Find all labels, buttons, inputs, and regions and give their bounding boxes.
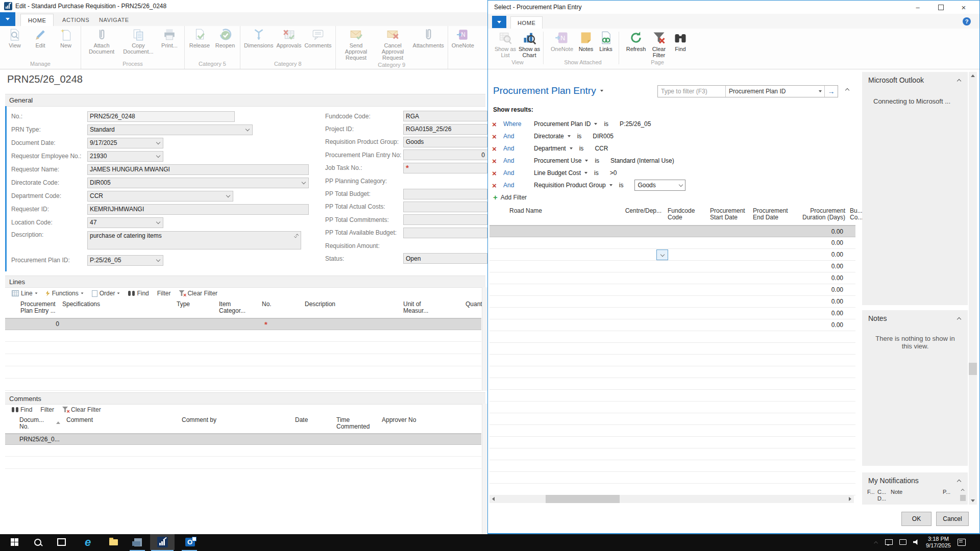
file-explorer-button[interactable]	[102, 534, 125, 550]
directorate-code-field[interactable]: DIR005	[87, 178, 309, 188]
dynamics-nav-button[interactable]	[150, 534, 175, 550]
grid-row[interactable]	[489, 390, 855, 402]
cancel-button[interactable]: Cancel	[936, 512, 969, 526]
filter-value[interactable]: DIR005	[593, 133, 614, 140]
column-header[interactable]: Centre/Dep...	[616, 208, 662, 214]
grid-row[interactable]	[489, 484, 855, 495]
column-header[interactable]: ProcurementDuration (Days)	[796, 208, 845, 221]
lines-scrollbar[interactable]	[482, 287, 487, 391]
prn-type-field[interactable]: Standard	[87, 124, 253, 135]
chevron-down-icon[interactable]	[156, 258, 160, 262]
minimize-button[interactable]: –	[910, 2, 926, 13]
apply-filter-button[interactable]	[824, 86, 838, 97]
refresh-button[interactable]: Refresh	[625, 31, 647, 52]
column-header[interactable]: FundcodeCode	[668, 208, 695, 221]
taskbar-clock[interactable]: 3:18 PM 9/17/2025	[926, 536, 951, 549]
scrollbar-thumb[interactable]	[969, 363, 977, 375]
grid-row[interactable]	[489, 425, 855, 437]
filter-field-selector[interactable]: Requisition Product Group	[534, 182, 612, 189]
column-header[interactable]: ProcurementEnd Date	[753, 208, 788, 221]
notif-col[interactable]: P...	[943, 489, 950, 495]
mini-scrollbar[interactable]	[959, 487, 967, 503]
volume-tray-icon[interactable]	[913, 539, 919, 545]
column-header[interactable]: ItemCategor...	[219, 301, 246, 314]
taskbar-search-button[interactable]	[27, 534, 49, 550]
add-filter-button[interactable]: Add Filter	[493, 193, 527, 202]
remove-filter-icon[interactable]	[492, 157, 503, 165]
description-scroll-arrows[interactable]	[295, 233, 300, 237]
notif-col[interactable]: F...	[867, 489, 875, 495]
tab-actions[interactable]: ACTIONS	[55, 14, 96, 26]
help-icon[interactable]	[963, 17, 971, 26]
scrollbar-thumb[interactable]	[546, 495, 620, 503]
column-header[interactable]: Unit ofMeasur...	[403, 301, 428, 314]
clear-filter-button[interactable]: Clear Filter	[176, 288, 220, 299]
collapse-panel-icon[interactable]	[957, 479, 962, 483]
location-code-field[interactable]: 47	[87, 217, 163, 228]
chevron-down-icon[interactable]	[302, 181, 306, 185]
find-button[interactable]: Find	[126, 288, 151, 299]
remove-filter-icon[interactable]	[492, 144, 503, 153]
column-header[interactable]: ProcurementPlan Entry ...	[20, 301, 56, 314]
nav-dev-environment-button[interactable]	[127, 534, 149, 550]
general-section-header[interactable]: General	[5, 94, 485, 107]
column-header[interactable]: Comment by	[182, 417, 216, 423]
filter-value[interactable]: >0	[610, 169, 617, 177]
release-button[interactable]: Release	[187, 27, 212, 61]
requestor-name-field[interactable]: JAMES HUNGURA MWANGI	[87, 164, 309, 175]
filter-value[interactable]: CCR	[595, 145, 608, 152]
document-date-field[interactable]: 9/17/2025	[87, 138, 163, 148]
filter-field-selector[interactable]: Line Budget Cost	[534, 169, 587, 177]
internet-explorer-button[interactable]: e	[77, 534, 99, 550]
grid-row[interactable]	[489, 378, 855, 390]
task-view-button[interactable]	[50, 534, 72, 550]
grid-row[interactable]: 0.00	[489, 319, 855, 331]
grid-row[interactable]	[489, 331, 855, 343]
comments-button[interactable]: Comments	[303, 27, 333, 61]
lines-selected-row[interactable]: 0 *	[5, 318, 481, 330]
sidebar-scrollbar[interactable]	[969, 72, 977, 505]
grid-row[interactable]: 0.00	[489, 308, 855, 319]
application-menu-button[interactable]	[492, 16, 506, 28]
grid-row[interactable]	[489, 366, 855, 378]
pp-total-commitments-field[interactable]	[403, 214, 487, 225]
scroll-up-icon[interactable]	[971, 74, 975, 77]
comments-empty-row[interactable]	[5, 444, 481, 457]
notif-col[interactable]: D...	[877, 495, 886, 502]
tab-home[interactable]: HOME	[20, 14, 54, 27]
lines-empty-row[interactable]	[5, 366, 481, 379]
reopen-button[interactable]: Reopen	[212, 27, 238, 61]
show-as-list-button[interactable]: Show as List	[494, 31, 517, 58]
collapse-panel-icon[interactable]	[957, 78, 962, 82]
filter-button[interactable]: Filter	[38, 404, 57, 415]
send-approval-request-button[interactable]: Send Approval Request	[338, 27, 375, 62]
description-field[interactable]: purchase of catering items	[87, 231, 301, 249]
tab-navigate[interactable]: NAVIGATE	[92, 14, 136, 26]
application-menu-button[interactable]	[0, 12, 15, 26]
find-button[interactable]: Find	[672, 31, 689, 52]
column-header[interactable]: Date	[295, 417, 308, 423]
filter-field-selector[interactable]: Department	[534, 145, 573, 152]
approvals-button[interactable]: Approvals	[275, 27, 303, 61]
collapse-filter-pane-icon[interactable]	[845, 87, 850, 91]
notif-col[interactable]: Note	[891, 489, 902, 495]
filter-column-selector[interactable]: Procurement Plan ID	[726, 86, 824, 97]
filter-input[interactable]	[658, 86, 725, 97]
comments-selected-row[interactable]: PRN25/26_0...	[5, 434, 481, 445]
procurement-plan-id-field[interactable]: P:25/26_05	[87, 255, 163, 266]
remove-filter-icon[interactable]	[492, 132, 503, 141]
grid-cell-dropdown[interactable]	[656, 249, 668, 260]
column-header[interactable]: Comment	[66, 417, 93, 423]
procurement-plan-entry-no-field[interactable]: 0	[403, 149, 495, 160]
comments-section-header[interactable]: Comments	[5, 392, 485, 405]
filter-value[interactable]: Standard (Internal Use)	[610, 157, 674, 164]
grid-row[interactable]: 0.00	[489, 226, 855, 237]
pp-total-budget-field[interactable]	[403, 189, 487, 199]
job-task-no-field[interactable]: *	[403, 163, 487, 173]
column-header[interactable]: Docum...No.	[19, 417, 44, 430]
new-button[interactable]: New	[53, 27, 79, 61]
grid-row[interactable]: 0.00	[489, 249, 855, 261]
grid-row[interactable]	[489, 472, 855, 484]
links-button[interactable]: Links	[597, 31, 615, 52]
notif-col[interactable]: C...	[877, 489, 886, 495]
